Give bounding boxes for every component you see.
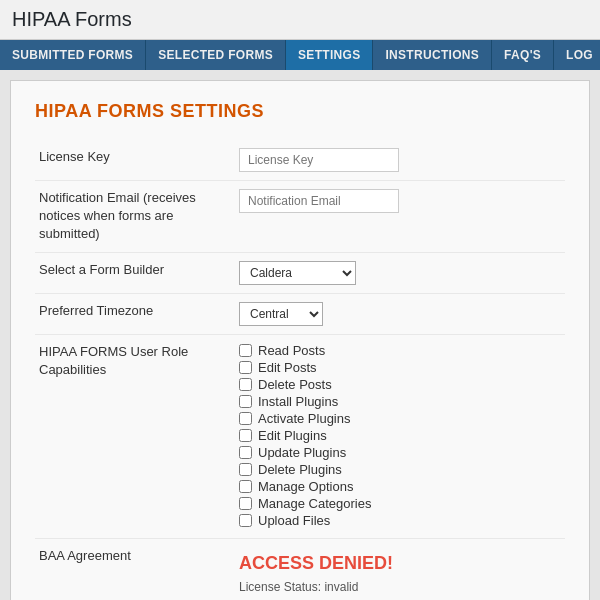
- capabilities-label: HIPAA FORMS User Role Capabilities: [35, 334, 235, 538]
- checkbox-update-plugins[interactable]: [239, 446, 252, 459]
- list-item: Activate Plugins: [239, 411, 561, 426]
- tab-settings[interactable]: SETTINGS: [286, 40, 373, 70]
- list-item: Manage Options: [239, 479, 561, 494]
- settings-title: HIPAA FORMS SETTINGS: [35, 101, 565, 122]
- notification-email-label: Notification Email (receives notices whe…: [35, 181, 235, 253]
- checkbox-edit-plugins[interactable]: [239, 429, 252, 442]
- notification-email-input[interactable]: [239, 189, 399, 213]
- list-item: Manage Categories: [239, 496, 561, 511]
- list-item: Edit Posts: [239, 360, 561, 375]
- baa-label: BAA Agreement: [35, 538, 235, 600]
- checkbox-delete-plugins[interactable]: [239, 463, 252, 476]
- access-denied-title: ACCESS DENIED!: [239, 553, 561, 574]
- timezone-label: Preferred Timezone: [35, 293, 235, 334]
- baa-section: ACCESS DENIED! License Status: invalid P…: [239, 547, 561, 600]
- checkbox-manage-categories[interactable]: [239, 497, 252, 510]
- list-item: Update Plugins: [239, 445, 561, 460]
- license-key-label: License Key: [35, 140, 235, 181]
- checkbox-edit-posts[interactable]: [239, 361, 252, 374]
- list-item: Read Posts: [239, 343, 561, 358]
- checkbox-install-plugins[interactable]: [239, 395, 252, 408]
- list-item: Edit Plugins: [239, 428, 561, 443]
- list-item: Delete Posts: [239, 377, 561, 392]
- list-item: Upload Files: [239, 513, 561, 528]
- timezone-select[interactable]: Central Eastern Pacific Mountain: [239, 302, 323, 326]
- checkbox-upload-files[interactable]: [239, 514, 252, 527]
- list-item: Install Plugins: [239, 394, 561, 409]
- capabilities-list: Read Posts Edit Posts Delete Posts Insta…: [239, 343, 561, 528]
- nav-tabs: SUBMITTED FORMS SELECTED FORMS SETTINGS …: [0, 40, 600, 70]
- page-title-bar: HIPAA Forms: [0, 0, 600, 40]
- tab-submitted-forms[interactable]: SUBMITTED FORMS: [0, 40, 146, 70]
- checkbox-read-posts[interactable]: [239, 344, 252, 357]
- tab-selected-forms[interactable]: SELECTED FORMS: [146, 40, 286, 70]
- license-status: License Status: invalid: [239, 578, 561, 596]
- baa-message: Please log into YOUR ACCOUNT to update y…: [239, 596, 561, 600]
- form-builder-select[interactable]: Caldera Gravity Forms Contact Form 7: [239, 261, 356, 285]
- list-item: Delete Plugins: [239, 462, 561, 477]
- form-builder-label: Select a Form Builder: [35, 252, 235, 293]
- checkbox-manage-options[interactable]: [239, 480, 252, 493]
- tab-log[interactable]: LOG: [554, 40, 600, 70]
- license-key-input[interactable]: [239, 148, 399, 172]
- tab-instructions[interactable]: INSTRUCTIONS: [373, 40, 492, 70]
- page-title: HIPAA Forms: [12, 8, 132, 30]
- checkbox-delete-posts[interactable]: [239, 378, 252, 391]
- checkbox-activate-plugins[interactable]: [239, 412, 252, 425]
- tab-faqs[interactable]: FAQ'S: [492, 40, 554, 70]
